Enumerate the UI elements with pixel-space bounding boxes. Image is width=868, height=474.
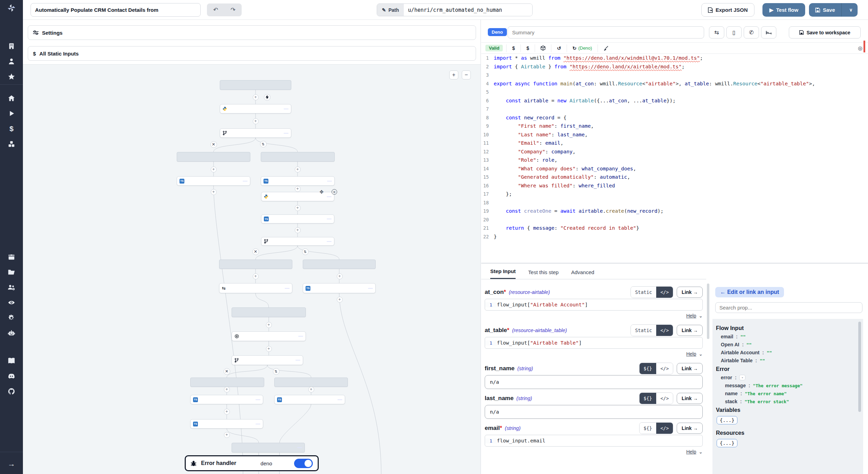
- expand-object-button[interactable]: {...}: [717, 439, 737, 447]
- flow-step-node[interactable]: [220, 128, 291, 138]
- flow-branch-node[interactable]: [274, 378, 348, 387]
- flow-step-node[interactable]: TS: [261, 176, 335, 186]
- stop-condition-icon[interactable]: ✕: [224, 368, 230, 375]
- move-node-icon[interactable]: ✥: [319, 189, 324, 195]
- last_name-value-input[interactable]: [485, 405, 703, 419]
- building-icon[interactable]: [0, 41, 23, 51]
- flow-branch-node[interactable]: [220, 80, 291, 90]
- prop-panel-scrollbar[interactable]: [858, 322, 861, 412]
- phone-call-icon[interactable]: ✆: [744, 26, 759, 39]
- arrows-repeat-icon[interactable]: ⇆: [709, 26, 724, 39]
- expr-editor[interactable]: 1flow_input.email: [485, 435, 703, 447]
- prop-row[interactable]: Airtable Account: "": [721, 350, 863, 355]
- link-input-button[interactable]: Link →: [677, 423, 703, 434]
- input-mode-static[interactable]: ${}: [640, 393, 656, 404]
- zoom-out-button[interactable]: −: [462, 70, 471, 79]
- dollar-icon[interactable]: $: [0, 124, 23, 134]
- flow-step-node[interactable]: [220, 104, 291, 113]
- add-step-icon[interactable]: +: [337, 297, 343, 303]
- code-line[interactable]: 19 const createOne = await airtable.crea…: [481, 207, 868, 215]
- shuffle-branches-icon[interactable]: ⇅: [273, 368, 279, 375]
- code-line[interactable]: 4export async function main(at_con: wmil…: [481, 79, 868, 88]
- flow-branch-node[interactable]: [190, 378, 264, 387]
- prop-row[interactable]: name: "The error name": [725, 391, 863, 396]
- folder-icon[interactable]: [0, 267, 23, 277]
- test-flow-button[interactable]: ▶Test flow: [762, 3, 805, 17]
- input-mode-static[interactable]: ${}: [640, 363, 656, 374]
- stop-condition-icon[interactable]: ✕: [252, 248, 259, 255]
- stop-condition-icon[interactable]: ✕: [210, 141, 217, 148]
- add-step-icon[interactable]: +: [266, 322, 272, 328]
- input-mode-code[interactable]: </>: [656, 423, 673, 434]
- robot-icon[interactable]: [0, 328, 23, 338]
- flow-step-node[interactable]: [261, 237, 334, 246]
- export-json-button[interactable]: Export JSON: [701, 3, 754, 17]
- add-step-icon[interactable]: +: [295, 205, 301, 211]
- code-line[interactable]: 3: [481, 71, 868, 79]
- add-step-icon[interactable]: +: [308, 387, 314, 392]
- code-line[interactable]: 11 "Email": email,: [481, 139, 868, 147]
- flow-step-node[interactable]: TS: [274, 395, 345, 404]
- settings-row[interactable]: Settings: [28, 25, 476, 40]
- windmill-logo-icon[interactable]: [0, 3, 23, 13]
- code-line[interactable]: 12 "Company": company,: [481, 147, 868, 156]
- flow-step-node[interactable]: TS: [261, 214, 334, 223]
- flow-step-node[interactable]: ⇆: [219, 283, 292, 293]
- tab-step-input[interactable]: Step Input: [490, 268, 516, 279]
- zoom-in-button[interactable]: +: [449, 70, 458, 79]
- star-icon[interactable]: [0, 71, 23, 82]
- calendar-icon[interactable]: [0, 252, 23, 262]
- dollar-resource-icon[interactable]: $: [524, 45, 531, 51]
- add-step-icon[interactable]: +: [224, 409, 230, 415]
- flow-branch-node[interactable]: [219, 260, 292, 269]
- first_name-value-input[interactable]: [485, 375, 703, 389]
- add-step-icon[interactable]: +: [253, 273, 259, 279]
- save-button[interactable]: Save: [809, 3, 842, 17]
- add-step-icon[interactable]: +: [211, 189, 217, 195]
- delete-node-icon[interactable]: ✕: [332, 189, 337, 195]
- add-step-icon[interactable]: +: [295, 186, 301, 192]
- reload-lang-icon[interactable]: ↻ (Deno): [570, 45, 594, 51]
- prop-row[interactable]: Airtable Table: "": [721, 358, 863, 363]
- flow-step-node[interactable]: TS: [177, 176, 250, 186]
- diff-icon[interactable]: ◎: [858, 45, 862, 51]
- code-line[interactable]: 22}: [481, 232, 868, 241]
- input-mode-static[interactable]: Static: [631, 325, 656, 336]
- code-line[interactable]: 15 "Generated automatically": automatic,: [481, 173, 868, 181]
- add-step-icon[interactable]: +: [253, 118, 259, 124]
- add-step-icon[interactable]: +: [211, 167, 217, 172]
- expr-editor[interactable]: 1flow_input["Airtable Table"]: [485, 337, 703, 349]
- undo-icon[interactable]: ↶: [213, 6, 218, 14]
- code-line[interactable]: 16 "Where was filled": where_filled: [481, 181, 868, 190]
- add-step-icon[interactable]: +: [224, 432, 230, 438]
- code-line[interactable]: 20: [481, 215, 868, 224]
- tab-advanced[interactable]: Advanced: [571, 269, 594, 279]
- add-step-icon[interactable]: +: [295, 227, 301, 233]
- flow-canvas[interactable]: [23, 64, 481, 474]
- flow-branch-node[interactable]: [232, 307, 306, 317]
- reset-icon[interactable]: ↺: [555, 45, 563, 51]
- code-line[interactable]: 6 const airtable = new Airtable({...at_c…: [481, 96, 868, 105]
- package-icon[interactable]: [539, 45, 548, 51]
- link-input-button[interactable]: Link →: [677, 287, 703, 298]
- code-line[interactable]: 5: [481, 88, 868, 96]
- help-link[interactable]: Help: [686, 351, 696, 357]
- code-line[interactable]: 10 "Last name": last_name,: [481, 130, 868, 139]
- home-icon[interactable]: [0, 93, 23, 103]
- flow-step-node[interactable]: [232, 355, 303, 365]
- flow-step-node[interactable]: TS: [190, 395, 263, 404]
- link-input-button[interactable]: Link →: [677, 393, 703, 404]
- add-step-icon[interactable]: +: [224, 387, 230, 392]
- gear-icon[interactable]: [0, 313, 23, 323]
- trigger-bolt-icon[interactable]: [264, 94, 270, 101]
- add-step-icon[interactable]: +: [266, 346, 272, 352]
- input-mode-static[interactable]: Static: [631, 287, 656, 298]
- summary-input[interactable]: [508, 26, 704, 39]
- play-icon[interactable]: [0, 108, 23, 119]
- input-mode-code[interactable]: </>: [656, 363, 673, 374]
- error-handler-node[interactable]: Error handler deno: [185, 455, 319, 471]
- form-scrollbar[interactable]: [707, 283, 709, 339]
- error-handler-toggle[interactable]: [294, 459, 313, 468]
- flow-title-input[interactable]: [31, 3, 201, 17]
- code-line[interactable]: 13 "Role": role,: [481, 156, 868, 164]
